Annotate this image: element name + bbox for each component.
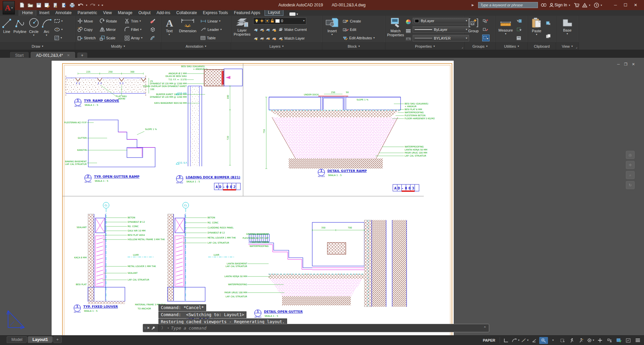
command-input[interactable]: 〉 ▾ Type a command [158, 325, 481, 331]
line-button[interactable]: Line [2, 17, 12, 42]
tab-output[interactable]: Output [135, 10, 153, 16]
base-button[interactable]: Base▾ [560, 17, 575, 42]
grid-display-icon[interactable] [502, 337, 510, 344]
polyline-button[interactable]: Polyline [13, 17, 27, 42]
selection-cycling-icon[interactable] [558, 337, 567, 344]
tab-featured-apps[interactable]: Featured Apps [231, 10, 263, 16]
rotate-button[interactable]: Rotate [99, 17, 124, 25]
offset-button[interactable] [149, 34, 157, 42]
trim-button[interactable]: Trim▾ [124, 17, 149, 25]
save-button[interactable] [35, 1, 42, 9]
object-color-dropdown[interactable]: ByLayer▾ [413, 18, 469, 24]
print-button[interactable] [68, 1, 76, 9]
add-layout-button[interactable]: + [53, 336, 62, 343]
dimension-button[interactable]: Dimension [177, 17, 198, 42]
edit-block-button[interactable]: Edit [342, 26, 375, 33]
tab-insert[interactable]: Insert [36, 10, 52, 16]
panel-label-block[interactable]: Block▾ [322, 42, 385, 50]
search-expand-icon[interactable]: ▶ [472, 3, 474, 7]
workspace-gear-icon[interactable]: ▾ [586, 337, 595, 344]
maximize-button[interactable]: ☐ [620, 1, 631, 9]
drag-grip-icon[interactable]: ⁞⁞ [144, 327, 145, 330]
customization-menu-icon[interactable] [633, 337, 642, 344]
help-button[interactable]: ?▾ [594, 3, 603, 8]
recent-commands-icon[interactable]: ▾ [168, 327, 169, 329]
layout-drawing[interactable]: .b{stroke:#2222dd;fill:none;stroke-width… [0, 58, 644, 335]
save-as-button[interactable] [43, 1, 51, 9]
explode-button[interactable] [149, 26, 157, 33]
close-button[interactable]: ✕ [631, 1, 641, 9]
clean-screen-icon[interactable] [624, 337, 633, 344]
dwg-restore-icon[interactable]: ❐ [624, 62, 628, 67]
model-tab[interactable]: Model [7, 336, 27, 343]
panel-label-utilities[interactable]: Utilities▾ [496, 42, 527, 50]
annotation-visibility-icon[interactable] [567, 337, 576, 344]
tab-manage[interactable]: Manage [115, 10, 135, 16]
dwg-close-icon[interactable]: ✕ [632, 62, 635, 67]
copy-button[interactable]: O⇀Copy [77, 26, 99, 33]
color-wheel-icon[interactable] [406, 19, 411, 25]
copy-clip-button[interactable] [545, 33, 552, 39]
plot-button[interactable] [52, 1, 59, 9]
group-button[interactable]: Group [466, 17, 480, 42]
share-button[interactable] [60, 1, 67, 9]
osnap-tracking-icon[interactable] [530, 337, 539, 344]
panel-label-view[interactable]: View▾⌟ [556, 42, 579, 50]
id-point-button[interactable] [516, 26, 522, 33]
tab-annotate[interactable]: Annotate [52, 10, 75, 16]
dwg-minimize-icon[interactable]: ─ [617, 62, 620, 67]
command-close-icon[interactable]: ✕ [147, 326, 150, 330]
pan-icon[interactable]: ✛ [626, 161, 635, 169]
panel-label-modify[interactable]: Modify▾ [75, 42, 161, 50]
tab-view[interactable]: View [100, 10, 115, 16]
zoom-icon[interactable]: ⌕ [626, 171, 635, 179]
mirror-button[interactable]: Mirror [99, 26, 124, 33]
object-snap-caret[interactable]: ▾ [549, 337, 557, 344]
erase-button[interactable] [149, 17, 157, 25]
object-snap-icon[interactable] [539, 337, 548, 344]
autoscale-icon[interactable] [577, 337, 586, 344]
polar-tracking-icon[interactable]: ▾ [511, 337, 520, 344]
store-cart-icon[interactable] [574, 3, 579, 7]
leader-button[interactable]: Leader▾ [200, 26, 222, 33]
linetype-dropdown[interactable]: BYLAYER▾ [413, 35, 469, 41]
command-expand-icon[interactable]: ⌃ [481, 326, 489, 330]
annotation-monitor-icon[interactable] [596, 337, 604, 344]
text-button[interactable]: AText▾ [163, 17, 176, 42]
isometric-drafting-icon[interactable]: ▾ [520, 337, 529, 344]
graphics-performance-icon[interactable] [614, 337, 623, 344]
insert-button[interactable]: Insert▾ [324, 17, 340, 42]
ungroup-button[interactable] [482, 18, 490, 25]
qat-overflow-button[interactable]: ▾̶ [101, 4, 104, 7]
move-button[interactable]: Move [77, 17, 99, 25]
close-tab-icon[interactable]: ✕ [67, 53, 70, 57]
make-current-button[interactable]: Make Current [277, 26, 308, 33]
tab-express-tools[interactable]: Express Tools [200, 10, 231, 16]
sign-in-button[interactable]: Sign In ▾ [549, 3, 571, 7]
command-line[interactable]: ⁞⁞ ✕ 〉 ▾ Type a command ⌃ [143, 324, 489, 332]
edit-attributes-button[interactable]: Edit Attributes▾ [342, 35, 375, 41]
lineweight-icon[interactable] [406, 29, 411, 33]
panel-label-layers[interactable]: Layers▾ [231, 42, 322, 50]
lineweight-dropdown[interactable]: ByLayer▾ [413, 26, 469, 33]
ribbon-collapse-button[interactable]: ▾ [289, 12, 298, 16]
tab-collaborate[interactable]: Collaborate [173, 10, 200, 16]
quick-select-button[interactable] [516, 18, 522, 25]
group-selection-toggle[interactable] [482, 35, 490, 41]
stretch-button[interactable]: Stretch [77, 34, 99, 42]
cut-button[interactable] [545, 20, 552, 27]
redo-button[interactable] [89, 1, 96, 9]
panel-label-groups[interactable]: Groups▾ [465, 42, 495, 50]
layout1-tab[interactable]: Layout1 [28, 336, 53, 343]
array-button[interactable]: Array▾ [124, 34, 149, 42]
search-input[interactable] [478, 2, 538, 8]
match-properties-button[interactable]: MatchProperties [387, 17, 404, 42]
layer-select-dropdown[interactable]: 0 ▾ [253, 17, 306, 25]
arc-button[interactable]: Arc▾ [41, 17, 52, 42]
tab-add-ins[interactable]: Add-ins [153, 10, 173, 16]
new-file-button[interactable] [18, 1, 26, 9]
rectangle-tool-button[interactable]: ▾ [54, 18, 63, 25]
paper-space-toggle[interactable]: PAPER [480, 338, 498, 342]
orbit-icon[interactable]: ↻ [626, 181, 635, 189]
quick-calc-button[interactable] [516, 35, 522, 41]
